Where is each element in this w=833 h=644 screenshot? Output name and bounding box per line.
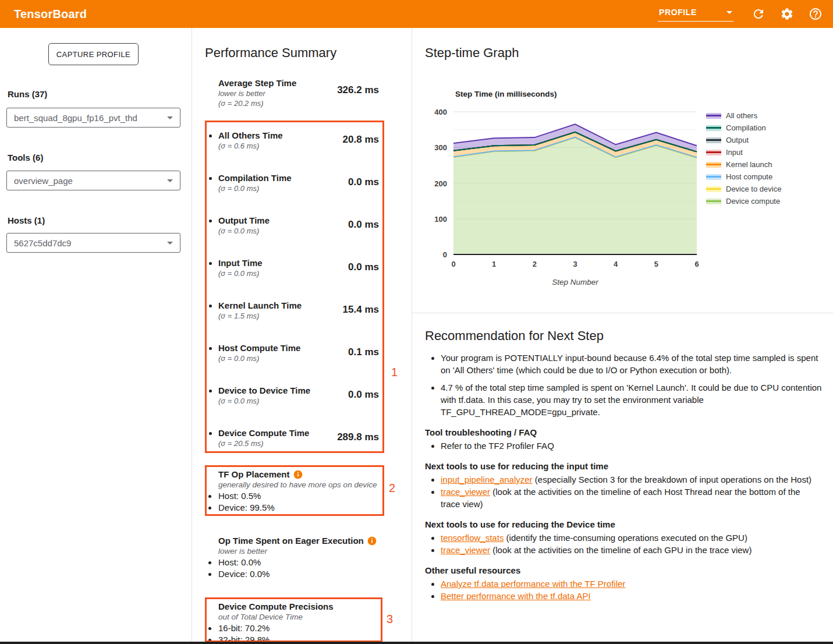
tf-op-placement-block: TF Op Placement generally desired to hav… bbox=[218, 469, 396, 513]
metric-value: 20.8 ms bbox=[343, 134, 379, 151]
metric-label: Average Step Time bbox=[218, 78, 296, 89]
legend-label: Kernel launch bbox=[726, 160, 772, 169]
input-pipeline-analyzer-link[interactable]: input_pipeline_analyzer bbox=[441, 475, 533, 484]
chart-legend: All othersCompilationOutputInputKernel l… bbox=[706, 109, 781, 207]
average-step-time-row: Average Step Time lower is better (σ = 2… bbox=[218, 78, 379, 108]
svg-text:100: 100 bbox=[434, 215, 447, 224]
section-heading: Other useful resources bbox=[425, 565, 822, 576]
trace-viewer-link[interactable]: trace_viewer bbox=[441, 545, 490, 555]
section-heading: Next tools to use for reducing the input… bbox=[425, 461, 822, 472]
legend-item-kernel-launch: Kernel launch bbox=[706, 158, 781, 171]
metric-label: Host Compute Time bbox=[218, 343, 300, 353]
recommendation-bullet: Your program is POTENTIALLY input-bound … bbox=[441, 352, 822, 376]
metric-row-output-time: Output Time(σ = 0.0 ms)0.0 ms bbox=[218, 215, 379, 236]
legend-swatch bbox=[706, 113, 721, 119]
metric-value: 0.0 ms bbox=[348, 261, 379, 278]
legend-label: Device to device bbox=[726, 185, 781, 193]
settings-gear-icon[interactable] bbox=[780, 7, 794, 21]
runs-label: Runs (37) bbox=[8, 89, 47, 99]
list-item: trace_viewer (look at the activities on … bbox=[441, 486, 822, 510]
analyze-tfdata-performance-link[interactable]: Analyze tf.data performance with the TF … bbox=[441, 579, 625, 589]
legend-label: Output bbox=[726, 136, 749, 144]
block-note: lower is better bbox=[218, 546, 396, 557]
metric-sigma: (σ = 0.0 ms) bbox=[218, 353, 300, 363]
metric-sigma: (σ = 0.0 ms) bbox=[218, 183, 292, 193]
capture-profile-button[interactable]: CAPTURE PROFILE bbox=[48, 43, 139, 65]
legend-swatch bbox=[706, 162, 721, 168]
chevron-down-icon bbox=[167, 179, 173, 182]
tensorboard-profile-page: TensorBoard PROFILE CAPTURE PROFILE Runs… bbox=[0, 0, 833, 644]
app-title: TensorBoard bbox=[14, 8, 87, 21]
metric-row-host-compute-time: Host Compute Time(σ = 0.0 ms)0.1 ms bbox=[218, 343, 379, 363]
legend-item-device-compute: Device compute bbox=[706, 195, 781, 207]
metric-value: 15.4 ms bbox=[343, 304, 379, 321]
sidebar: CAPTURE PROFILE Runs (37) bert_squad_8gp… bbox=[0, 28, 192, 644]
metric-row-kernel-launch-time: Kernel Launch Time(σ = 1.5 ms)15.4 ms bbox=[218, 300, 379, 321]
metric-sigma: (σ = 0.0 ms) bbox=[218, 226, 270, 236]
section-heading: Tool troubleshooting / FAQ bbox=[425, 427, 822, 438]
recommendation-title: Recommendation for Next Step bbox=[425, 328, 822, 344]
block-note: out of Total Device Time bbox=[218, 612, 396, 622]
metric-row-all-others-time: All Others Time(σ = 0.6 ms)20.8 ms bbox=[218, 130, 379, 151]
block-title: Device Compute Precisions bbox=[218, 601, 334, 612]
list-item: Analyze tf.data performance with the TF … bbox=[441, 578, 822, 590]
runs-select[interactable]: bert_squad_8gpu_fp16_pvt_thd bbox=[6, 108, 180, 128]
svg-text:400: 400 bbox=[434, 108, 447, 116]
list-item: tensorflow_stats (identify the time-cons… bbox=[441, 532, 822, 544]
metric-sigma: (σ = 0.6 ms) bbox=[218, 141, 283, 151]
legend-item-input: Input bbox=[706, 146, 781, 158]
legend-item-host-compute: Host compute bbox=[706, 171, 781, 183]
info-icon[interactable] bbox=[293, 470, 303, 479]
better-performance-tfdata-link[interactable]: Better performance with the tf.data API bbox=[441, 591, 591, 601]
recommendation-panel: Recommendation for Next Step Your progra… bbox=[425, 328, 822, 602]
metric-note: lower is better bbox=[218, 89, 296, 98]
recommendation-bullet: 4.7 % of the total step time sampled is … bbox=[441, 381, 822, 418]
svg-text:300: 300 bbox=[434, 143, 447, 152]
chevron-down-icon bbox=[726, 11, 732, 14]
legend-item-compilation: Compilation bbox=[706, 122, 781, 134]
svg-text:3: 3 bbox=[573, 260, 577, 268]
legend-label: All others bbox=[726, 111, 757, 120]
metric-label: Device to Device Time bbox=[218, 385, 310, 396]
legend-swatch bbox=[706, 174, 721, 180]
legend-swatch bbox=[706, 125, 721, 131]
metric-value: 326.2 ms bbox=[337, 84, 379, 108]
dashboard-select[interactable]: PROFILE bbox=[658, 6, 733, 22]
list-item: Better performance with the tf.data API bbox=[441, 590, 822, 602]
tools-label: Tools (6) bbox=[8, 153, 43, 162]
dashboard-select-value: PROFILE bbox=[659, 8, 697, 17]
tools-select[interactable]: overview_page bbox=[6, 171, 180, 190]
other-resources-section: Other useful resources Analyze tf.data p… bbox=[425, 565, 822, 602]
svg-text:Step Number: Step Number bbox=[552, 278, 598, 286]
help-icon[interactable] bbox=[809, 7, 823, 21]
metric-row-device-to-device-time: Device to Device Time(σ = 0.0 ms)0.0 ms bbox=[218, 385, 379, 406]
metric-label: Output Time bbox=[218, 215, 270, 226]
block-note: generally desired to have more ops on de… bbox=[218, 480, 396, 490]
header-controls: PROFILE bbox=[658, 6, 823, 22]
info-icon[interactable] bbox=[367, 536, 377, 546]
metric-label: All Others Time bbox=[218, 130, 283, 141]
performance-summary-title: Performance Summary bbox=[205, 45, 336, 61]
list-item: trace_viewer (look at the activities on … bbox=[441, 544, 822, 556]
metric-sigma: (σ = 0.0 ms) bbox=[218, 268, 263, 278]
section-heading: Next tools to use for reducing the Devic… bbox=[425, 519, 822, 530]
metric-label: Compilation Time bbox=[218, 173, 292, 183]
legend-label: Compilation bbox=[726, 123, 766, 132]
list-item: Host: 0.0% bbox=[218, 557, 396, 568]
eager-execution-block: Op Time Spent on Eager Execution lower i… bbox=[218, 536, 396, 579]
legend-swatch bbox=[706, 137, 721, 143]
metric-row-compilation-time: Compilation Time(σ = 0.0 ms)0.0 ms bbox=[218, 173, 379, 193]
tensorflow-stats-link[interactable]: tensorflow_stats bbox=[441, 533, 504, 543]
svg-text:5: 5 bbox=[654, 260, 658, 268]
trace-viewer-link[interactable]: trace_viewer bbox=[441, 487, 490, 497]
metric-label: Kernel Launch Time bbox=[218, 300, 302, 311]
refresh-icon[interactable] bbox=[752, 7, 765, 21]
metric-value: 0.0 ms bbox=[348, 219, 379, 236]
hosts-select[interactable]: 5627c5dd7dc9 bbox=[6, 233, 180, 253]
legend-item-device-to-device: Device to device bbox=[706, 183, 781, 195]
input-time-tools-section: Next tools to use for reducing the input… bbox=[425, 461, 822, 510]
performance-summary-panel: Performance Summary Average Step Time lo… bbox=[192, 28, 412, 644]
legend-item-all-others: All others bbox=[706, 109, 781, 122]
metric-sigma: (σ = 20.2 ms) bbox=[218, 98, 296, 108]
step-time-graph-title: Step-time Graph bbox=[425, 45, 519, 61]
